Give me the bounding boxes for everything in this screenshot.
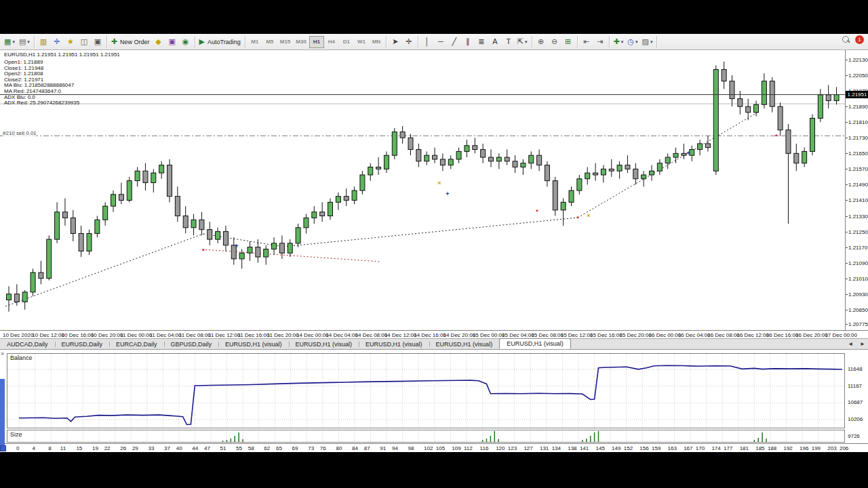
candle-bear[interactable] <box>545 165 549 181</box>
candle-bear[interactable] <box>738 99 743 107</box>
candle-bull[interactable] <box>496 157 501 161</box>
candle-bear[interactable] <box>416 150 421 161</box>
candle-bull[interactable] <box>810 118 815 151</box>
candle-bear[interactable] <box>376 167 381 169</box>
profiles-button[interactable]: ▤▾ <box>17 35 32 49</box>
tab-eurusd-h1-visual-[interactable]: EURUSD,H1 (visual) <box>499 338 571 349</box>
candle-bear[interactable] <box>433 155 437 159</box>
crosshair-mode-button[interactable]: ✛ <box>50 35 64 49</box>
candle-bull[interactable] <box>617 165 622 171</box>
candle-bear[interactable] <box>223 232 228 245</box>
candle-bull[interactable] <box>368 167 373 175</box>
terminal-button[interactable]: ▣ <box>165 35 179 49</box>
candle-bull[interactable] <box>7 294 12 300</box>
candle-bear[interactable] <box>119 195 123 201</box>
timeframe-button-m1[interactable]: M1 <box>248 36 262 48</box>
candle-bull[interactable] <box>585 173 590 179</box>
timeframe-button-d1[interactable]: D1 <box>339 36 354 48</box>
candle-bear[interactable] <box>682 153 686 155</box>
notifications-icon[interactable]: 1 <box>855 35 864 44</box>
candle-bull[interactable] <box>360 175 365 190</box>
candle-bear[interactable] <box>208 230 212 239</box>
candle-bull[interactable] <box>657 163 662 171</box>
candle-bull[interactable] <box>328 202 333 216</box>
candle-bull[interactable] <box>521 163 526 167</box>
arrows-button[interactable]: ⇱▾ <box>515 35 530 49</box>
crosshair-button[interactable]: ✛ <box>402 35 416 49</box>
timeframe-button-w1[interactable]: W1 <box>354 36 369 48</box>
candle-bull[interactable] <box>465 146 469 152</box>
candle-bear[interactable] <box>746 106 751 113</box>
candle-bear[interactable] <box>553 181 557 210</box>
search-icon[interactable] <box>842 36 850 43</box>
candle-bull[interactable] <box>392 132 397 156</box>
chart-shift-button[interactable]: ▥ <box>37 35 50 49</box>
candle-bull[interactable] <box>159 165 164 174</box>
tab-eurusd-h1-visual-[interactable]: EURUSD,H1 (visual) <box>289 340 359 349</box>
candle-bull[interactable] <box>834 95 839 101</box>
candle-bear[interactable] <box>633 169 638 178</box>
candle-bull[interactable] <box>239 253 244 259</box>
candle-bull[interactable] <box>336 197 340 203</box>
step-back-button[interactable]: ⇤ <box>580 35 593 49</box>
size-graph-box[interactable]: Size <box>7 430 845 443</box>
timeframe-button-m30[interactable]: M30 <box>293 36 309 48</box>
candle-bull[interactable] <box>561 202 566 210</box>
candle-bear[interactable] <box>609 169 614 171</box>
candle-bear[interactable] <box>489 157 494 161</box>
candle-bull[interactable] <box>111 195 116 206</box>
timeframe-button-m15[interactable]: M15 <box>277 36 294 48</box>
candle-bear[interactable] <box>400 132 405 138</box>
candle-bear[interactable] <box>794 153 799 163</box>
templates-button[interactable]: ▨▾ <box>639 35 654 49</box>
metaeditor-button[interactable]: ◆ <box>152 35 165 49</box>
candle-bear[interactable] <box>513 161 517 167</box>
tab-scroll-left-icon[interactable]: ◄ <box>848 341 853 347</box>
candle-bull[interactable] <box>304 218 309 227</box>
candle-bull[interactable] <box>577 179 582 190</box>
candle-bear[interactable] <box>256 247 260 257</box>
time-axis[interactable]: 10 Dec 202010 Dec 12:0010 Dec 16:0010 De… <box>0 330 868 338</box>
candle-bull[interactable] <box>151 173 156 182</box>
candle-bull[interactable] <box>87 233 92 251</box>
candle-bear[interactable] <box>408 138 413 149</box>
candle-bear[interactable] <box>786 130 791 154</box>
candle-bear[interactable] <box>199 220 204 229</box>
candle-bull[interactable] <box>818 95 823 119</box>
new-order-button[interactable]: ✚New Order <box>109 35 152 49</box>
candle-bear[interactable] <box>722 69 726 81</box>
candle-bull[interactable] <box>448 159 453 165</box>
tab-eurcad-daily[interactable]: EURCAD,Daily <box>109 340 164 349</box>
candle-bull[interactable] <box>288 243 292 253</box>
candle-bear[interactable] <box>826 95 831 101</box>
close-icon[interactable]: × <box>1 350 4 357</box>
candle-bear[interactable] <box>71 218 75 233</box>
candle-bull[interactable] <box>665 157 670 163</box>
candle-bear[interactable] <box>625 165 630 169</box>
candle-bear[interactable] <box>175 197 180 216</box>
candle-bull[interactable] <box>690 150 694 156</box>
candle-bull[interactable] <box>642 175 646 179</box>
cursor-button[interactable]: ➤ <box>389 35 402 49</box>
autotrading-button[interactable]: ▶AutoTrading <box>197 35 243 49</box>
candle-bull[interactable] <box>248 247 252 253</box>
candlestick-chart[interactable]: *+×+**×+* <box>0 50 845 330</box>
text-label-button[interactable]: T <box>502 35 515 49</box>
vertical-line-button[interactable]: │ <box>420 35 434 49</box>
candle-bull[interactable] <box>713 69 718 171</box>
price-axis[interactable]: 1.221301.220501.219701.218901.218101.217… <box>845 50 868 330</box>
candle-bull[interactable] <box>312 212 317 218</box>
timeframe-button-h1[interactable]: H1 <box>309 36 324 48</box>
new-chart-button[interactable]: ▦▾ <box>2 35 17 49</box>
candle-bull[interactable] <box>529 155 534 163</box>
candle-bull[interactable] <box>698 144 703 150</box>
periods-button[interactable]: ◷▾ <box>625 35 639 49</box>
candle-bull[interactable] <box>55 212 60 239</box>
candle-bull[interactable] <box>650 171 654 175</box>
candle-bull[interactable] <box>601 169 606 175</box>
candle-bear[interactable] <box>505 157 509 161</box>
candle-bull[interactable] <box>272 243 277 249</box>
candle-bear[interactable] <box>14 294 19 302</box>
step-forward-button[interactable]: ⇥ <box>593 35 607 49</box>
timeframe-button-m5[interactable]: M5 <box>262 36 277 48</box>
